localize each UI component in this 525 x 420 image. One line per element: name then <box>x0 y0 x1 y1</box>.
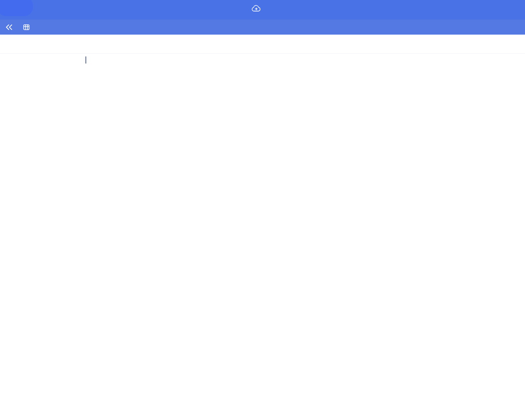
top-bar <box>0 0 525 19</box>
view-tab-bar <box>0 19 525 35</box>
timeline-header <box>0 54 525 79</box>
gantt-toolbar <box>0 35 525 54</box>
gantt-app <box>0 0 525 420</box>
logo <box>251 4 261 13</box>
table-view-button[interactable] <box>23 24 30 31</box>
chevron-double-left-icon <box>5 24 13 30</box>
corner-highlight <box>0 0 33 16</box>
gantt-chart-body <box>0 78 525 420</box>
month-tick <box>85 56 86 64</box>
table-icon <box>23 24 30 31</box>
collapse-sidebar-button[interactable] <box>5 24 13 30</box>
cloud-plus-icon <box>251 4 261 13</box>
